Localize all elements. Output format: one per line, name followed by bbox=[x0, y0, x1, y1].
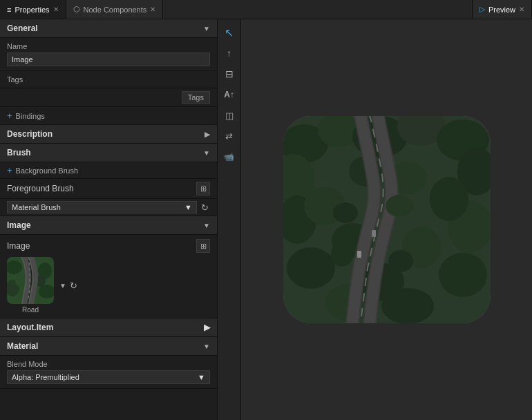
image-grid-icon: ⊞ bbox=[200, 242, 207, 251]
layout-item-title: Layout.Item bbox=[7, 323, 53, 332]
brush-title: Brush bbox=[7, 148, 31, 158]
tab-node-components[interactable]: ⬡ Node Components ✕ bbox=[66, 0, 164, 19]
preview-panel bbox=[241, 19, 532, 420]
grid-icon: ⊟ bbox=[225, 68, 234, 79]
cursor-arrow-icon: ↑ bbox=[227, 48, 231, 59]
preview-tab-close[interactable]: ✕ bbox=[519, 6, 524, 13]
blend-mode-value: Alpha: Premultiplied bbox=[12, 373, 79, 381]
camera-tool[interactable]: 📹 bbox=[220, 147, 239, 166]
material-title: Material bbox=[7, 341, 38, 351]
foreground-brush-label: Foreground Brush bbox=[7, 184, 74, 193]
node-components-tab-close[interactable]: ✕ bbox=[150, 6, 155, 13]
name-field-container: Name bbox=[0, 38, 217, 71]
toolbar-strip: ↖ ↑ ⊟ A↑ ◫ ⇄ 📹 bbox=[218, 19, 241, 420]
tab-bar: ≡ Properties ✕ ⬡ Node Components ✕ ▷ Pre… bbox=[0, 0, 532, 19]
foreground-brush-grid-icon: ⊞ bbox=[200, 184, 207, 193]
general-section-header[interactable]: General ▼ bbox=[0, 19, 217, 38]
foreground-brush-row: Foreground Brush ⊞ bbox=[0, 179, 217, 199]
layout-item-section-header[interactable]: Layout.Item ▶ bbox=[0, 318, 217, 337]
svg-point-24 bbox=[430, 177, 468, 221]
layers-icon: ◫ bbox=[225, 111, 234, 121]
svg-point-20 bbox=[439, 253, 487, 297]
name-label: Name bbox=[7, 42, 210, 50]
svg-point-7 bbox=[15, 276, 26, 287]
tags-button[interactable]: Tags bbox=[182, 91, 210, 104]
bindings-row: + Bindings bbox=[0, 107, 217, 125]
image-section-header[interactable]: Image ▼ bbox=[0, 216, 217, 235]
material-brush-value: Material Brush bbox=[12, 203, 61, 211]
background-brush-label: Background Brush bbox=[16, 166, 79, 175]
name-input[interactable] bbox=[7, 52, 210, 66]
material-brush-dropdown[interactable]: Material Brush ▼ bbox=[7, 201, 197, 213]
bindings-label: Bindings bbox=[16, 112, 45, 120]
preview-image bbox=[283, 116, 491, 323]
cursor-select-icon: ↖ bbox=[225, 26, 234, 39]
cursor-arrow-tool[interactable]: ↑ bbox=[220, 44, 239, 63]
tab-preview[interactable]: ▷ Preview ✕ bbox=[472, 0, 532, 19]
share-tool[interactable]: ⇄ bbox=[220, 126, 239, 146]
general-title: General bbox=[7, 23, 38, 33]
layers-tool[interactable]: ◫ bbox=[220, 106, 239, 125]
thumbnail-label: Road bbox=[22, 306, 39, 314]
image-header-row: Image ⊞ bbox=[7, 239, 210, 253]
material-chevron-icon: ▼ bbox=[203, 343, 210, 350]
image-grid-icon-btn[interactable]: ⊞ bbox=[196, 239, 210, 253]
description-title: Description bbox=[7, 129, 53, 139]
share-icon: ⇄ bbox=[225, 131, 233, 142]
tags-row: Tags bbox=[0, 88, 217, 107]
cursor-select-tool[interactable]: ↖ bbox=[220, 23, 239, 42]
image-thumbnail-area: Road ▼ ↻ bbox=[7, 257, 210, 314]
general-chevron-icon: ▼ bbox=[203, 25, 210, 32]
main-layout: General ▼ Name Tags Tags + Bindings Desc… bbox=[0, 19, 532, 420]
grid-tool[interactable]: ⊟ bbox=[220, 64, 239, 84]
layout-item-chevron-icon: ▶ bbox=[204, 323, 210, 332]
material-brush-refresh-button[interactable]: ↻ bbox=[200, 202, 210, 213]
image-label: Image bbox=[7, 241, 30, 251]
thumbnail-refresh-button[interactable]: ↻ bbox=[68, 280, 79, 291]
tab-properties[interactable]: ≡ Properties ✕ bbox=[0, 0, 66, 19]
image-section-content: Image ⊞ bbox=[0, 235, 217, 318]
thumbnail-chevron-icon[interactable]: ▼ bbox=[59, 282, 66, 289]
svg-point-30 bbox=[333, 202, 358, 223]
svg-rect-34 bbox=[357, 251, 361, 258]
description-chevron-icon: ▶ bbox=[205, 131, 210, 138]
thumbnail-wrapper: Road bbox=[7, 257, 54, 314]
road-thumbnail[interactable] bbox=[7, 257, 54, 304]
node-components-tab-icon: ⬡ bbox=[73, 5, 80, 14]
thumbnail-controls: ▼ ↻ bbox=[59, 280, 79, 291]
foreground-brush-icon-btn[interactable]: ⊞ bbox=[196, 182, 210, 195]
svg-point-33 bbox=[388, 250, 413, 272]
bindings-plus-icon[interactable]: + bbox=[7, 111, 12, 121]
properties-tab-label: Properties bbox=[15, 6, 49, 14]
preview-tab-label: Preview bbox=[488, 6, 515, 14]
text-icon: A↑ bbox=[224, 90, 234, 99]
properties-panel: General ▼ Name Tags Tags + Bindings Desc… bbox=[0, 19, 218, 420]
svg-rect-35 bbox=[372, 230, 376, 237]
properties-tab-close[interactable]: ✕ bbox=[53, 6, 59, 13]
blend-mode-dropdown[interactable]: Alpha: Premultiplied ▼ bbox=[7, 370, 210, 384]
brush-chevron-icon: ▼ bbox=[203, 149, 210, 157]
background-brush-plus-icon[interactable]: + bbox=[7, 165, 12, 175]
blend-mode-content: Blend Mode Alpha: Premultiplied ▼ bbox=[0, 356, 217, 389]
image-section-chevron-icon: ▼ bbox=[203, 222, 210, 229]
background-brush-row: + Background Brush bbox=[0, 162, 217, 179]
material-brush-row: Material Brush ▼ ↻ bbox=[0, 199, 217, 216]
svg-point-19 bbox=[287, 247, 335, 289]
tags-label: Tags bbox=[7, 75, 210, 84]
node-components-tab-label: Node Components bbox=[84, 6, 147, 14]
blend-mode-chevron-icon: ▼ bbox=[198, 373, 205, 381]
camera-icon: 📹 bbox=[224, 152, 234, 162]
brush-section-header[interactable]: Brush ▼ bbox=[0, 144, 217, 162]
image-section-title: Image bbox=[7, 220, 31, 230]
tags-field-container: Tags bbox=[0, 71, 217, 88]
text-tool[interactable]: A↑ bbox=[220, 85, 239, 104]
material-section-header[interactable]: Material ▼ bbox=[0, 337, 217, 356]
svg-point-32 bbox=[331, 242, 353, 267]
properties-tab-icon: ≡ bbox=[7, 6, 11, 14]
svg-point-31 bbox=[386, 195, 413, 217]
material-brush-chevron-icon: ▼ bbox=[184, 203, 192, 211]
blend-mode-label: Blend Mode bbox=[7, 360, 210, 368]
description-section-header[interactable]: Description ▶ bbox=[0, 125, 217, 144]
preview-tab-icon: ▷ bbox=[479, 5, 485, 14]
